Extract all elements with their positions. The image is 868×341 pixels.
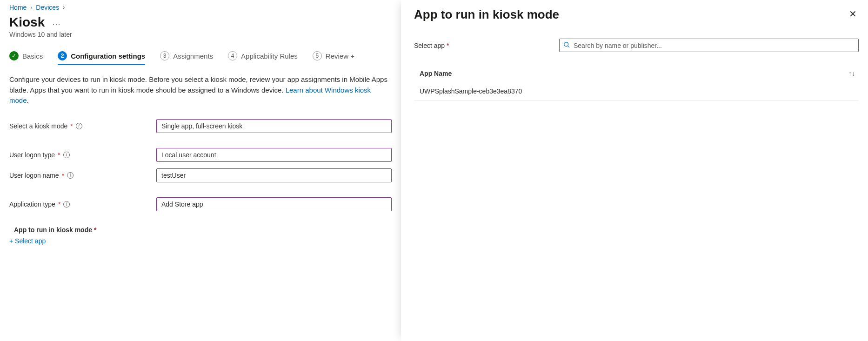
chevron-right-icon: › xyxy=(63,4,65,11)
page-title: Kiosk xyxy=(9,15,45,30)
tab-applicability-rules[interactable]: 4 Applicability Rules xyxy=(228,51,298,64)
step-5-icon: 5 xyxy=(313,51,322,60)
tab-assignments[interactable]: 3 Assignments xyxy=(160,51,213,64)
page-subtitle: Windows 10 and later xyxy=(9,31,392,38)
search-icon xyxy=(563,41,570,49)
tab-review[interactable]: 5 Review + xyxy=(313,51,354,64)
step-4-icon: 4 xyxy=(228,51,237,60)
table-row[interactable]: UWPSplashSample-ceb3e3ea8370 xyxy=(414,83,859,101)
info-icon[interactable]: i xyxy=(76,123,82,129)
tab-configuration-settings[interactable]: 2 Configuration settings xyxy=(58,51,145,64)
app-selection-panel: App to run in kiosk mode ✕ Select app * … xyxy=(401,0,868,341)
sort-icon[interactable]: ↑↓ xyxy=(848,70,855,77)
search-input[interactable] xyxy=(574,42,855,49)
kiosk-mode-select[interactable]: Single app, full-screen kiosk xyxy=(156,119,392,133)
logon-name-input[interactable] xyxy=(156,168,392,182)
application-type-select[interactable]: Add Store app xyxy=(156,197,392,211)
description-text: Configure your devices to run in kiosk m… xyxy=(9,74,392,106)
svg-line-1 xyxy=(568,46,570,48)
panel-title: App to run in kiosk mode xyxy=(414,7,559,22)
kiosk-mode-label: Select a kiosk mode * i xyxy=(9,122,156,130)
breadcrumb-devices[interactable]: Devices xyxy=(36,4,59,11)
logon-name-label: User logon name * i xyxy=(9,172,156,179)
table-header: App Name ↑↓ xyxy=(414,65,859,82)
logon-type-label: User logon type * i xyxy=(9,151,156,159)
search-box[interactable] xyxy=(559,39,859,52)
logon-type-select[interactable]: Local user account xyxy=(156,148,392,162)
svg-point-0 xyxy=(564,42,568,47)
check-icon: ✓ xyxy=(9,51,19,60)
step-3-icon: 3 xyxy=(160,51,169,60)
column-app-name[interactable]: App Name xyxy=(420,70,452,77)
breadcrumb-home[interactable]: Home xyxy=(9,4,27,11)
info-icon[interactable]: i xyxy=(63,201,70,207)
tab-basics[interactable]: ✓ Basics xyxy=(9,51,43,64)
step-2-icon: 2 xyxy=(58,51,67,60)
select-app-label: Select app * xyxy=(414,42,559,49)
info-icon[interactable]: i xyxy=(67,172,73,179)
info-icon[interactable]: i xyxy=(63,152,70,158)
application-type-label: Application type * i xyxy=(9,201,156,208)
wizard-tabs: ✓ Basics 2 Configuration settings 3 Assi… xyxy=(9,51,392,64)
app-to-run-heading: App to run in kiosk mode * xyxy=(9,226,392,234)
chevron-right-icon: › xyxy=(30,4,32,11)
select-app-link[interactable]: + Select app xyxy=(9,237,46,245)
breadcrumb: Home › Devices › xyxy=(9,4,392,11)
more-icon[interactable]: ⋯ xyxy=(52,19,61,29)
close-icon[interactable]: ✕ xyxy=(847,7,859,20)
